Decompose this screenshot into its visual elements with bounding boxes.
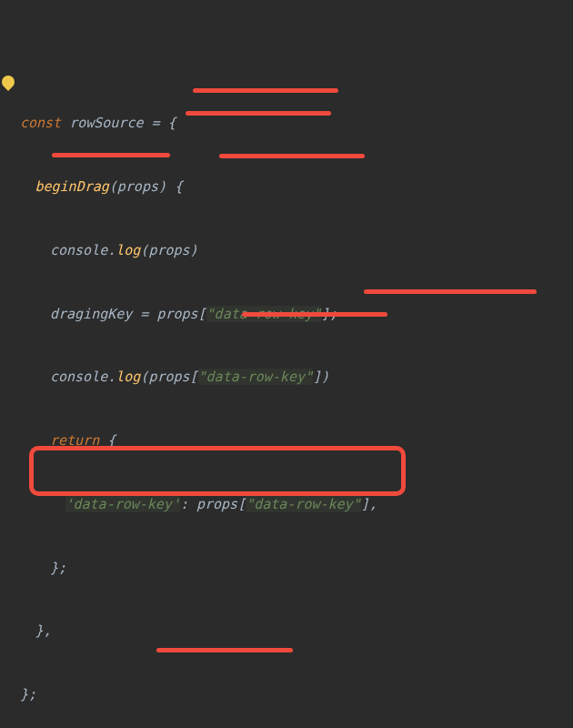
code-line: 'data-row-key': props["data-row-key"], — [20, 494, 573, 515]
annotation-underline — [219, 154, 365, 158]
code-editor[interactable]: const rowSource = { beginDrag(props) { c… — [0, 0, 573, 728]
annotation-underline — [156, 648, 293, 652]
lightbulb-icon[interactable] — [0, 73, 17, 91]
annotation-underline — [186, 111, 331, 116]
code-line: console.log(props) — [20, 240, 573, 261]
code-line: console.log(props["data-row-key"]) — [20, 367, 573, 388]
annotation-underline — [364, 289, 537, 294]
code-line: beginDrag(props) { — [20, 177, 573, 197]
code-line: }; — [20, 558, 573, 579]
annotation-underline — [242, 312, 387, 317]
code-line: }; — [20, 684, 573, 705]
code-line: }, — [20, 621, 573, 642]
annotation-box — [29, 446, 406, 496]
annotation-underline — [52, 153, 170, 157]
code-line: const rowSource = { — [20, 113, 573, 134]
annotation-underline — [193, 88, 338, 93]
